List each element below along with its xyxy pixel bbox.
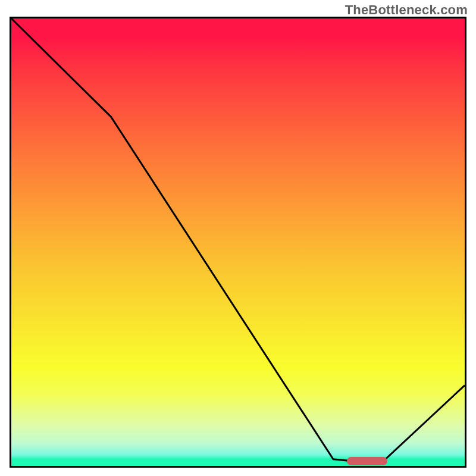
watermark-text: TheBottleneck.com: [345, 2, 468, 18]
optimum-marker: [347, 457, 388, 465]
plot-frame: [10, 17, 466, 468]
chart-container: TheBottleneck.com: [0, 0, 476, 476]
bottleneck-curve: [11, 18, 465, 462]
curve-layer: [11, 18, 465, 466]
